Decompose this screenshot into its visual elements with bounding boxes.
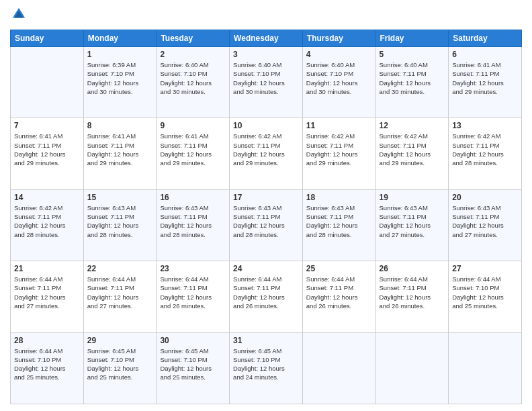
calendar-cell: 5Sunrise: 6:40 AMSunset: 7:11 PMDaylight…	[375, 47, 449, 118]
calendar-cell: 26Sunrise: 6:44 AMSunset: 7:11 PMDayligh…	[375, 261, 449, 332]
day-info: Sunrise: 6:43 AMSunset: 7:11 PMDaylight:…	[87, 203, 153, 239]
day-number: 29	[87, 336, 153, 345]
day-number: 12	[380, 121, 445, 130]
day-info: Sunrise: 6:44 AMSunset: 7:10 PMDaylight:…	[452, 275, 518, 310]
calendar-cell: 13Sunrise: 6:42 AMSunset: 7:11 PMDayligh…	[449, 118, 522, 189]
day-info: Sunrise: 6:39 AMSunset: 7:10 PMDaylight:…	[87, 60, 153, 96]
calendar-week-3: 14Sunrise: 6:42 AMSunset: 7:11 PMDayligh…	[11, 189, 522, 261]
day-number: 9	[160, 121, 226, 130]
day-info: Sunrise: 6:41 AMSunset: 7:11 PMDaylight:…	[160, 132, 226, 167]
calendar-cell: 4Sunrise: 6:40 AMSunset: 7:10 PMDaylight…	[302, 47, 375, 118]
day-number: 17	[233, 193, 299, 202]
day-number: 27	[452, 264, 518, 273]
calendar-header-saturday: Saturday	[449, 30, 522, 47]
day-info: Sunrise: 6:45 AMSunset: 7:10 PMDaylight:…	[233, 347, 299, 382]
calendar-cell: 20Sunrise: 6:43 AMSunset: 7:11 PMDayligh…	[449, 189, 522, 261]
calendar-cell: 12Sunrise: 6:42 AMSunset: 7:11 PMDayligh…	[375, 118, 449, 189]
logo-icon	[11, 7, 26, 21]
calendar-cell: 10Sunrise: 6:42 AMSunset: 7:11 PMDayligh…	[230, 118, 303, 189]
calendar-cell: 28Sunrise: 6:44 AMSunset: 7:10 PMDayligh…	[11, 332, 84, 404]
day-number: 14	[14, 193, 80, 202]
calendar-cell: 31Sunrise: 6:45 AMSunset: 7:10 PMDayligh…	[230, 332, 303, 404]
calendar-cell: 2Sunrise: 6:40 AMSunset: 7:10 PMDaylight…	[157, 47, 230, 118]
day-info: Sunrise: 6:41 AMSunset: 7:11 PMDaylight:…	[14, 132, 80, 167]
calendar-header-wednesday: Wednesday	[230, 30, 303, 47]
day-info: Sunrise: 6:42 AMSunset: 7:11 PMDaylight:…	[14, 203, 80, 239]
day-number: 22	[87, 264, 153, 273]
day-info: Sunrise: 6:43 AMSunset: 7:11 PMDaylight:…	[160, 203, 226, 239]
calendar-table: SundayMondayTuesdayWednesdayThursdayFrid…	[10, 30, 522, 404]
day-info: Sunrise: 6:43 AMSunset: 7:11 PMDaylight:…	[452, 203, 518, 239]
day-info: Sunrise: 6:41 AMSunset: 7:11 PMDaylight:…	[87, 132, 153, 167]
day-info: Sunrise: 6:40 AMSunset: 7:10 PMDaylight:…	[306, 60, 372, 96]
calendar-header-monday: Monday	[83, 30, 157, 47]
calendar-cell: 16Sunrise: 6:43 AMSunset: 7:11 PMDayligh…	[157, 189, 230, 261]
calendar-cell: 7Sunrise: 6:41 AMSunset: 7:11 PMDaylight…	[11, 118, 84, 189]
calendar-cell: 27Sunrise: 6:44 AMSunset: 7:10 PMDayligh…	[449, 261, 522, 332]
day-number: 4	[306, 50, 372, 59]
day-info: Sunrise: 6:44 AMSunset: 7:11 PMDaylight:…	[233, 275, 299, 310]
calendar-week-1: 1Sunrise: 6:39 AMSunset: 7:10 PMDaylight…	[11, 47, 522, 118]
calendar-cell: 6Sunrise: 6:41 AMSunset: 7:11 PMDaylight…	[449, 47, 522, 118]
day-number: 30	[160, 336, 226, 345]
day-info: Sunrise: 6:44 AMSunset: 7:11 PMDaylight:…	[87, 275, 153, 310]
day-number: 16	[160, 193, 226, 202]
day-number: 6	[452, 50, 518, 59]
day-number: 20	[452, 193, 518, 202]
calendar-header-sunday: Sunday	[11, 30, 84, 47]
day-number: 25	[306, 264, 372, 273]
day-info: Sunrise: 6:42 AMSunset: 7:11 PMDaylight:…	[233, 132, 299, 167]
day-info: Sunrise: 6:44 AMSunset: 7:11 PMDaylight:…	[380, 275, 445, 310]
header	[10, 7, 522, 24]
calendar-cell	[375, 332, 449, 404]
day-number: 28	[14, 336, 80, 345]
calendar-cell: 29Sunrise: 6:45 AMSunset: 7:10 PMDayligh…	[83, 332, 157, 404]
calendar-header-friday: Friday	[375, 30, 449, 47]
day-number: 11	[306, 121, 372, 130]
day-info: Sunrise: 6:44 AMSunset: 7:11 PMDaylight:…	[14, 275, 80, 310]
day-number: 15	[87, 193, 153, 202]
day-info: Sunrise: 6:45 AMSunset: 7:10 PMDaylight:…	[87, 347, 153, 382]
day-number: 24	[233, 264, 299, 273]
day-number: 2	[160, 50, 226, 59]
day-number: 21	[14, 264, 80, 273]
calendar-cell: 9Sunrise: 6:41 AMSunset: 7:11 PMDaylight…	[157, 118, 230, 189]
calendar-header-thursday: Thursday	[302, 30, 375, 47]
logo	[10, 7, 28, 24]
calendar-week-5: 28Sunrise: 6:44 AMSunset: 7:10 PMDayligh…	[11, 332, 522, 404]
day-info: Sunrise: 6:40 AMSunset: 7:10 PMDaylight:…	[160, 60, 226, 96]
day-info: Sunrise: 6:42 AMSunset: 7:11 PMDaylight:…	[306, 132, 372, 167]
calendar-cell: 11Sunrise: 6:42 AMSunset: 7:11 PMDayligh…	[302, 118, 375, 189]
calendar-cell: 24Sunrise: 6:44 AMSunset: 7:11 PMDayligh…	[230, 261, 303, 332]
calendar-cell: 21Sunrise: 6:44 AMSunset: 7:11 PMDayligh…	[11, 261, 84, 332]
day-info: Sunrise: 6:43 AMSunset: 7:11 PMDaylight:…	[233, 203, 299, 239]
calendar-cell: 14Sunrise: 6:42 AMSunset: 7:11 PMDayligh…	[11, 189, 84, 261]
calendar-cell: 17Sunrise: 6:43 AMSunset: 7:11 PMDayligh…	[230, 189, 303, 261]
day-number: 23	[160, 264, 226, 273]
calendar-cell	[302, 332, 375, 404]
day-info: Sunrise: 6:45 AMSunset: 7:10 PMDaylight:…	[160, 347, 226, 382]
calendar-week-2: 7Sunrise: 6:41 AMSunset: 7:11 PMDaylight…	[11, 118, 522, 189]
calendar-cell: 23Sunrise: 6:44 AMSunset: 7:11 PMDayligh…	[157, 261, 230, 332]
calendar-cell: 18Sunrise: 6:43 AMSunset: 7:11 PMDayligh…	[302, 189, 375, 261]
day-info: Sunrise: 6:43 AMSunset: 7:11 PMDaylight:…	[380, 203, 445, 239]
day-number: 10	[233, 121, 299, 130]
calendar-cell: 3Sunrise: 6:40 AMSunset: 7:10 PMDaylight…	[230, 47, 303, 118]
calendar-cell: 30Sunrise: 6:45 AMSunset: 7:10 PMDayligh…	[157, 332, 230, 404]
calendar-cell: 25Sunrise: 6:44 AMSunset: 7:11 PMDayligh…	[302, 261, 375, 332]
day-number: 18	[306, 193, 372, 202]
calendar-week-4: 21Sunrise: 6:44 AMSunset: 7:11 PMDayligh…	[11, 261, 522, 332]
day-number: 5	[380, 50, 445, 59]
day-number: 3	[233, 50, 299, 59]
calendar-cell: 8Sunrise: 6:41 AMSunset: 7:11 PMDaylight…	[83, 118, 157, 189]
calendar-cell: 19Sunrise: 6:43 AMSunset: 7:11 PMDayligh…	[375, 189, 449, 261]
day-number: 31	[233, 336, 299, 345]
calendar-cell: 1Sunrise: 6:39 AMSunset: 7:10 PMDaylight…	[83, 47, 157, 118]
calendar-header-row: SundayMondayTuesdayWednesdayThursdayFrid…	[11, 30, 522, 47]
day-info: Sunrise: 6:42 AMSunset: 7:11 PMDaylight:…	[380, 132, 445, 167]
day-info: Sunrise: 6:44 AMSunset: 7:10 PMDaylight:…	[14, 347, 80, 382]
day-info: Sunrise: 6:40 AMSunset: 7:11 PMDaylight:…	[380, 60, 445, 96]
day-number: 7	[14, 121, 80, 130]
calendar-header-tuesday: Tuesday	[157, 30, 230, 47]
day-number: 19	[380, 193, 445, 202]
